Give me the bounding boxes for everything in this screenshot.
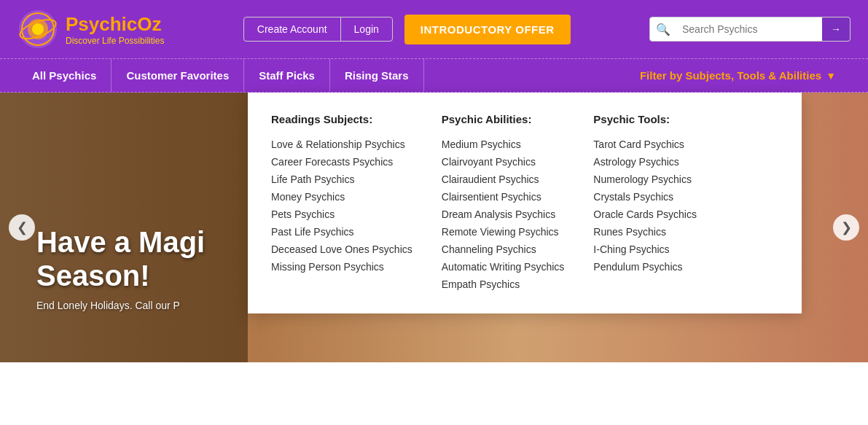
dropdown-col-readings: Readings Subjects: Love & Relationship P… bbox=[271, 113, 413, 293]
dropdown-item[interactable]: Medium Psychics bbox=[442, 136, 565, 153]
chevron-down-icon: ▼ bbox=[826, 70, 836, 82]
main-area: Readings Subjects: Love & Relationship P… bbox=[0, 93, 868, 362]
dropdown-col-tools: Psychic Tools: Tarot Card Psychics Astro… bbox=[593, 113, 697, 293]
dropdown-item[interactable]: Runes Psychics bbox=[593, 223, 697, 241]
login-button[interactable]: Login bbox=[341, 17, 392, 41]
psychic-abilities-header: Psychic Abilities: bbox=[442, 113, 565, 125]
slide-title: Have a Magi Season! bbox=[36, 225, 205, 292]
filter-button[interactable]: Filter by Subjects, Tools & Abilities ▼ bbox=[625, 59, 851, 92]
dropdown-item[interactable]: Crystals Psychics bbox=[593, 188, 697, 206]
nav-item-customer-favorites[interactable]: Customer Favorites bbox=[112, 59, 244, 92]
search-bar: 🔍 → bbox=[649, 17, 851, 42]
dropdown-item[interactable]: Oracle Cards Psychics bbox=[593, 206, 697, 223]
dropdown-item[interactable]: Channeling Psychics bbox=[442, 241, 565, 258]
dropdown-item[interactable]: Clairvoyant Psychics bbox=[442, 153, 565, 171]
navbar: All Psychics Customer Favorites Staff Pi… bbox=[0, 58, 868, 93]
dropdown-item[interactable]: Deceased Love Ones Psychics bbox=[271, 241, 413, 258]
slide-next-button[interactable]: ❯ bbox=[833, 214, 859, 241]
dropdown-item[interactable]: Love & Relationship Psychics bbox=[271, 136, 413, 153]
dropdown-item[interactable]: Money Psychics bbox=[271, 188, 413, 206]
filter-label: Filter by Subjects, Tools & Abilities bbox=[640, 69, 821, 82]
logo-title: PsychicOz bbox=[66, 13, 164, 36]
dropdown-item[interactable]: Pets Psychics bbox=[271, 206, 413, 223]
dropdown-item[interactable]: Dream Analysis Psychics bbox=[442, 206, 565, 223]
logo-brand-first: Psychic bbox=[66, 13, 137, 35]
search-input[interactable] bbox=[676, 19, 822, 39]
logo-area: PsychicOz Discover Life Possibilities bbox=[17, 9, 164, 50]
dropdown-item[interactable]: Pendulum Psychics bbox=[593, 258, 697, 276]
slide-text: Have a Magi Season! End Lonely Holidays.… bbox=[36, 225, 205, 311]
dropdown-item[interactable]: Remote Viewing Psychics bbox=[442, 223, 565, 241]
search-submit-button[interactable]: → bbox=[822, 17, 850, 41]
dropdown-item[interactable]: Life Path Psychics bbox=[271, 171, 413, 188]
dropdown-item[interactable]: Clairaudient Psychics bbox=[442, 171, 565, 188]
nav-item-staff-picks[interactable]: Staff Picks bbox=[244, 59, 330, 92]
dropdown-item[interactable]: Astrology Psychics bbox=[593, 153, 697, 171]
slide-subtitle: End Lonely Holidays. Call our P bbox=[36, 300, 205, 311]
dropdown-menu: Readings Subjects: Love & Relationship P… bbox=[248, 93, 802, 313]
logo-brand-second: Oz bbox=[137, 13, 161, 35]
dropdown-item[interactable]: Clairsentient Psychics bbox=[442, 188, 565, 206]
header-right: Create Account Login INTRODUCTORY OFFER bbox=[243, 15, 571, 44]
logo-text-area: PsychicOz Discover Life Possibilities bbox=[66, 13, 164, 46]
nav-item-rising-stars[interactable]: Rising Stars bbox=[330, 59, 424, 92]
nav-item-all-psychics[interactable]: All Psychics bbox=[17, 59, 112, 92]
arrow-left-icon: ❮ bbox=[17, 219, 28, 235]
dropdown-item[interactable]: Past Life Psychics bbox=[271, 223, 413, 241]
psychic-tools-header: Psychic Tools: bbox=[593, 113, 697, 125]
search-bar-inner: 🔍 → bbox=[649, 17, 851, 42]
logo-icon bbox=[17, 9, 58, 50]
create-account-button[interactable]: Create Account bbox=[244, 17, 341, 41]
dropdown-item[interactable]: Numerology Psychics bbox=[593, 171, 697, 188]
readings-subjects-header: Readings Subjects: bbox=[271, 113, 413, 125]
search-icon: 🔍 bbox=[650, 18, 676, 41]
dropdown-col-abilities: Psychic Abilities: Medium Psychics Clair… bbox=[442, 113, 565, 293]
dropdown-item[interactable]: Empath Psychics bbox=[442, 276, 565, 293]
site-header: PsychicOz Discover Life Possibilities Cr… bbox=[0, 0, 868, 58]
slide-prev-button[interactable]: ❮ bbox=[9, 214, 35, 241]
dropdown-item[interactable]: I-Ching Psychics bbox=[593, 241, 697, 258]
intro-offer-button[interactable]: INTRODUCTORY OFFER bbox=[404, 15, 571, 44]
dropdown-item[interactable]: Career Forecasts Psychics bbox=[271, 153, 413, 171]
auth-buttons: Create Account Login bbox=[243, 17, 393, 42]
dropdown-item[interactable]: Automatic Writing Psychics bbox=[442, 258, 565, 276]
dropdown-item[interactable]: Tarot Card Psychics bbox=[593, 136, 697, 153]
arrow-right-icon: ❯ bbox=[841, 219, 852, 235]
svg-point-4 bbox=[32, 23, 44, 35]
logo-tagline: Discover Life Possibilities bbox=[66, 36, 164, 46]
dropdown-item[interactable]: Missing Person Psychics bbox=[271, 258, 413, 276]
